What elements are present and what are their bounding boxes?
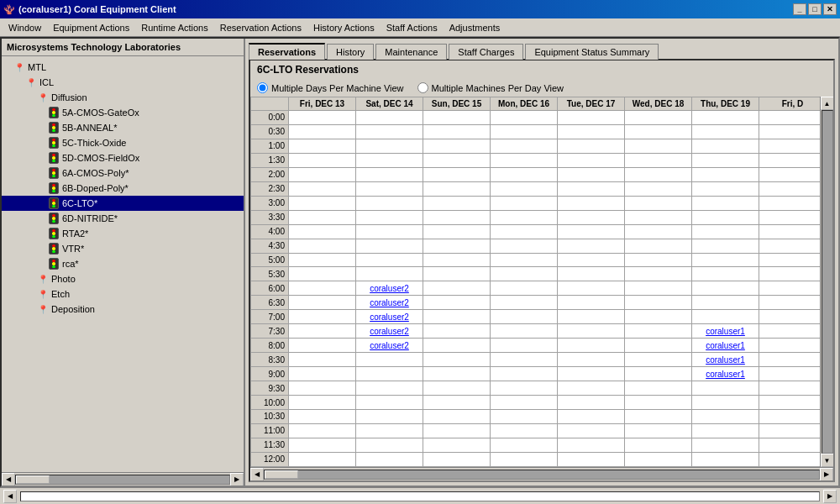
- menu-item-adjustments[interactable]: Adjustments: [444, 21, 506, 34]
- menu-item-equipment-actions[interactable]: Equipment Actions: [48, 21, 134, 34]
- vert-scroll-track[interactable]: [822, 110, 833, 454]
- radio-multi-machines-input[interactable]: [417, 82, 428, 93]
- time-cell-2: 1:00: [251, 139, 289, 153]
- data-cell-15-6[interactable]: coraluser1: [692, 324, 759, 339]
- data-cell-21-1: [356, 410, 423, 424]
- data-cell-14-3: [491, 310, 558, 324]
- data-cell-20-2: [423, 396, 491, 410]
- data-cell-18-6[interactable]: coraluser1: [692, 367, 759, 381]
- tree-item-diffusion[interactable]: 📍Diffusion: [2, 90, 244, 105]
- data-cell-13-7: [759, 296, 821, 310]
- menu-item-window[interactable]: Window: [3, 21, 46, 34]
- radio-multi-machines[interactable]: Multiple Machines Per Day View: [417, 82, 564, 93]
- status-scroll-left[interactable]: ◀: [3, 490, 17, 503]
- tree-item-5d-cmos[interactable]: 5D-CMOS-FieldOx: [2, 150, 244, 165]
- data-cell-10-6: [692, 253, 759, 267]
- tree-container[interactable]: 📍MTL📍ICL📍Diffusion5A-CMOS-GateOx5B-ANNEA…: [2, 56, 244, 472]
- tree-item-5a-cmos[interactable]: 5A-CMOS-GateOx: [2, 105, 244, 120]
- traffic-light-icon-5b-anneal: [49, 122, 59, 134]
- table-row: 9:30: [251, 381, 821, 396]
- menu-item-history-actions[interactable]: History Actions: [308, 21, 380, 34]
- data-cell-16-1[interactable]: coraluser2: [356, 339, 423, 353]
- left-scroll-left[interactable]: ◀: [2, 473, 15, 486]
- data-cell-12-1[interactable]: coraluser2: [356, 281, 423, 296]
- tab-staff-charges[interactable]: Staff Charges: [449, 44, 523, 60]
- tree-item-deposition[interactable]: 📍Deposition: [2, 302, 244, 317]
- time-cell-5: 2:30: [251, 181, 289, 196]
- tree-item-rta2[interactable]: RTA2*: [2, 226, 244, 241]
- data-cell-20-0: [289, 396, 356, 410]
- data-cell-15-1[interactable]: coraluser2: [356, 324, 423, 339]
- title-bar: 🪸 (coraluser1) Coral Equipment Client _ …: [0, 0, 840, 18]
- tree-item-mtl[interactable]: 📍MTL: [2, 60, 244, 75]
- data-cell-21-4: [558, 410, 625, 424]
- data-cell-13-5: [625, 296, 692, 310]
- minimize-button[interactable]: _: [793, 3, 806, 15]
- data-cell-2-1: [356, 139, 423, 153]
- tree-item-photo[interactable]: 📍Photo: [2, 271, 244, 286]
- data-cell-19-5: [625, 381, 692, 396]
- data-cell-4-4: [558, 167, 625, 181]
- data-cell-24-5: [625, 452, 692, 466]
- horiz-scroll-right[interactable]: ▶: [820, 468, 833, 481]
- tree-item-icl[interactable]: 📍ICL: [2, 75, 244, 90]
- data-cell-14-7: [759, 310, 821, 324]
- data-cell-18-7: [759, 367, 821, 381]
- data-cell-19-6: [692, 381, 759, 396]
- vert-scroll-up[interactable]: ▲: [821, 97, 834, 110]
- time-cell-19: 9:30: [251, 381, 289, 396]
- data-cell-7-3: [491, 210, 558, 224]
- data-cell-4-7: [759, 167, 821, 181]
- tree-item-rca[interactable]: rca*: [2, 256, 244, 271]
- table-row: 6:30coraluser2: [251, 296, 821, 310]
- tree-item-etch[interactable]: 📍Etch: [2, 286, 244, 302]
- data-cell-9-1: [356, 239, 423, 253]
- col-header-6: Thu, DEC 19: [692, 97, 759, 111]
- horiz-scroll-left[interactable]: ◀: [250, 468, 264, 481]
- data-cell-17-6[interactable]: coraluser1: [692, 353, 759, 367]
- data-cell-21-2: [423, 410, 491, 424]
- table-row: 8:30coraluser1: [251, 353, 821, 367]
- tree-item-6c-lto[interactable]: 6C-LTO*: [2, 196, 244, 211]
- left-scroll-track[interactable]: [15, 475, 230, 485]
- maximize-button[interactable]: □: [808, 3, 822, 15]
- data-cell-24-3: [491, 452, 558, 466]
- tree-item-vtr[interactable]: VTR*: [2, 241, 244, 256]
- horiz-scroll-track[interactable]: [264, 470, 820, 480]
- tree-item-5b-anneal[interactable]: 5B-ANNEAL*: [2, 120, 244, 135]
- vert-scroll-down[interactable]: ▼: [821, 454, 834, 467]
- radio-multi-days[interactable]: Multiple Days Per Machine View: [257, 82, 404, 93]
- menu-item-reservation-actions[interactable]: Reservation Actions: [215, 21, 307, 34]
- tree-item-6a-cmos[interactable]: 6A-CMOS-Poly*: [2, 165, 244, 181]
- data-cell-13-1[interactable]: coraluser2: [356, 296, 423, 310]
- tab-maintenance[interactable]: Maintenance: [375, 44, 447, 60]
- tree-item-5c-thick[interactable]: 5C-Thick-Oxide: [2, 135, 244, 150]
- tab-reservations[interactable]: Reservations: [249, 43, 325, 60]
- tab-history[interactable]: History: [327, 44, 374, 60]
- data-cell-7-2: [423, 210, 491, 224]
- status-scrollbar[interactable]: [20, 491, 820, 501]
- menu-item-staff-actions[interactable]: Staff Actions: [381, 21, 443, 34]
- data-cell-14-1[interactable]: coraluser2: [356, 310, 423, 324]
- status-scroll-right[interactable]: ▶: [823, 490, 837, 503]
- left-panel: Microsystems Technology Laboratories 📍MT…: [2, 39, 245, 486]
- left-scroll-right[interactable]: ▶: [230, 473, 244, 486]
- tree-item-6d-nitride[interactable]: 6D-NITRIDE*: [2, 211, 244, 226]
- data-cell-7-0: [289, 210, 356, 224]
- col-header-4: Tue, DEC 17: [558, 97, 625, 111]
- menu-item-runtime-actions[interactable]: Runtime Actions: [136, 21, 213, 34]
- traffic-light-icon-vtr: [49, 243, 59, 255]
- tab-equipment-status[interactable]: Equipment Status Summary: [525, 44, 659, 60]
- data-cell-0-4: [558, 111, 625, 125]
- table-row: 7:00coraluser2: [251, 310, 821, 324]
- close-button[interactable]: ✕: [823, 3, 837, 15]
- data-cell-8-2: [423, 224, 491, 239]
- tree-item-6b-doped[interactable]: 6B-Doped-Poly*: [2, 181, 244, 196]
- radio-multi-days-input[interactable]: [257, 82, 268, 93]
- data-cell-6-7: [759, 196, 821, 210]
- data-cell-16-6[interactable]: coraluser1: [692, 339, 759, 353]
- vertical-scrollbar[interactable]: ▲ ▼: [820, 97, 833, 467]
- data-cell-15-4: [558, 324, 625, 339]
- data-cell-6-5: [625, 196, 692, 210]
- calendar-scroll-area[interactable]: Fri, DEC 13Sat, DEC 14Sun, DEC 15Mon, DE…: [250, 97, 820, 467]
